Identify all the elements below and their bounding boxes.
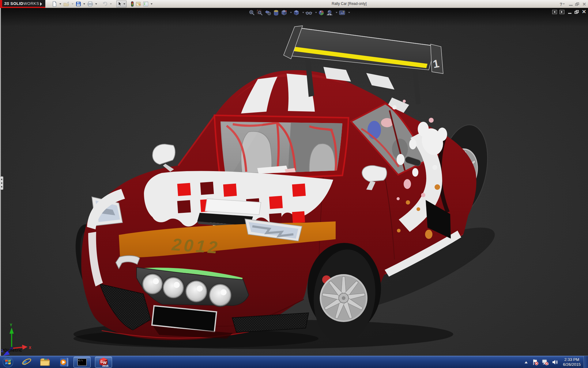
minimize-icon[interactable] bbox=[569, 5, 573, 6]
options-button[interactable] bbox=[143, 1, 149, 7]
brand-bold: SOLID bbox=[10, 1, 23, 6]
select-cursor-icon bbox=[117, 1, 122, 7]
save-dropdown-caret[interactable] bbox=[83, 3, 85, 5]
cmd-cursor: _ bbox=[78, 362, 80, 365]
media-player-icon bbox=[59, 357, 69, 367]
show-hidden-icons-button[interactable] bbox=[525, 361, 528, 363]
menu-flyout-arrow-icon[interactable] bbox=[40, 2, 42, 6]
action-center-button[interactable] bbox=[532, 359, 539, 366]
clock-time: 2:33 PM bbox=[563, 357, 581, 362]
folder-icon bbox=[40, 357, 51, 367]
windshield bbox=[214, 115, 349, 180]
new-dropdown-caret[interactable] bbox=[59, 3, 61, 5]
new-document-button[interactable] bbox=[51, 1, 58, 7]
show-desktop-button[interactable] bbox=[584, 356, 588, 368]
triad-x-arrow bbox=[22, 345, 28, 350]
open-dropdown-caret[interactable] bbox=[72, 3, 74, 5]
network-status-button[interactable] bbox=[541, 359, 549, 366]
livery-year-text: 2012 bbox=[171, 235, 221, 257]
sw-letter-s: S bbox=[100, 359, 103, 364]
command-prompt-button[interactable]: C:\ _ bbox=[74, 357, 91, 368]
undo-dropdown-caret[interactable] bbox=[110, 3, 112, 5]
help-icon[interactable]: ? bbox=[560, 2, 562, 7]
print-dropdown-caret[interactable] bbox=[95, 3, 97, 5]
clock-date: 6/26/2015 bbox=[563, 362, 581, 367]
restore-icon[interactable] bbox=[575, 2, 579, 6]
view-orientation-label: *Dimetric bbox=[2, 348, 22, 353]
select-dropdown-caret[interactable] bbox=[123, 3, 125, 5]
options-dropdown-caret[interactable] bbox=[151, 3, 153, 5]
file-properties-icon bbox=[136, 1, 141, 7]
action-center-flag-icon bbox=[532, 359, 539, 366]
help-dropdown-caret[interactable] bbox=[563, 3, 565, 5]
select-tool-button[interactable] bbox=[116, 1, 126, 7]
save-button[interactable] bbox=[75, 1, 81, 7]
triad-y-label: Y bbox=[10, 323, 12, 327]
solidworks-menu[interactable]: ЗSSOLIDWORKS bbox=[0, 0, 45, 8]
title-bar: ЗSSOLIDWORKS bbox=[0, 0, 588, 8]
brand-light: WORKS bbox=[23, 1, 39, 6]
window-controls: ? ✕ bbox=[560, 0, 587, 8]
options-icon bbox=[143, 1, 149, 7]
solidworks-2015-icon: S W 2015 bbox=[98, 357, 109, 367]
traffic-light-icon bbox=[130, 1, 134, 7]
open-button[interactable] bbox=[63, 1, 70, 7]
windows-explorer-button[interactable] bbox=[40, 357, 51, 367]
triad-y-arrow bbox=[9, 328, 14, 334]
solidworks-logo: ЗSSOLIDWORKS bbox=[4, 1, 39, 6]
file-properties-button[interactable] bbox=[135, 1, 142, 7]
triad-x-label: X bbox=[29, 346, 31, 350]
graphics-area[interactable]: ✕ bbox=[0, 8, 588, 356]
media-player-button[interactable] bbox=[59, 357, 69, 367]
print-button[interactable] bbox=[87, 1, 93, 7]
sw-year: 2015 bbox=[102, 364, 108, 367]
window-title: Rally Car [Read-only] bbox=[312, 2, 386, 6]
new-document-icon bbox=[52, 1, 57, 7]
cmd-text: C:\ bbox=[78, 359, 83, 362]
solidworks-2015-button[interactable]: S W 2015 bbox=[95, 357, 112, 368]
internet-explorer-button[interactable]: e bbox=[21, 357, 32, 367]
undo-icon bbox=[102, 1, 108, 7]
rally-car-model[interactable]: 2012 bbox=[0, 8, 588, 356]
network-icon bbox=[541, 359, 549, 366]
command-prompt-icon: C:\ _ bbox=[77, 358, 87, 366]
ds-logo-mark: ЗS bbox=[4, 1, 9, 6]
undo-button[interactable] bbox=[102, 1, 108, 7]
close-icon[interactable]: ✕ bbox=[582, 2, 586, 6]
system-tray: 2:33 PM 6/26/2015 bbox=[525, 356, 588, 368]
start-button[interactable] bbox=[2, 357, 13, 368]
main-toolbar bbox=[51, 1, 154, 7]
volume-button[interactable] bbox=[552, 359, 558, 366]
open-folder-icon bbox=[63, 1, 70, 7]
taskbar-clock[interactable]: 2:33 PM 6/26/2015 bbox=[563, 357, 581, 367]
windows-taskbar: e C:\ _ bbox=[0, 356, 588, 368]
print-icon bbox=[87, 1, 93, 7]
windows-start-icon bbox=[2, 357, 13, 368]
rebuild-button[interactable] bbox=[130, 1, 134, 7]
save-icon bbox=[76, 1, 81, 7]
speaker-icon bbox=[552, 359, 558, 366]
internet-explorer-icon: e bbox=[21, 357, 32, 367]
